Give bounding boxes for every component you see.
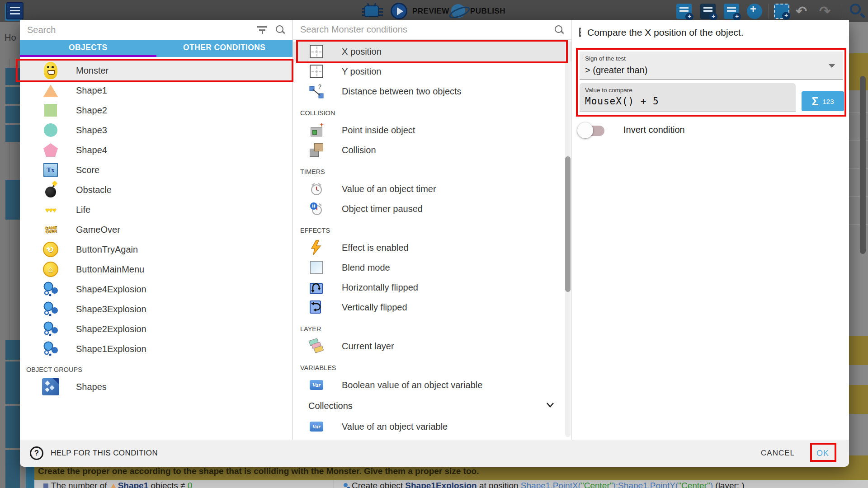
flip-horizontal-icon bbox=[307, 277, 326, 297]
help-icon[interactable] bbox=[30, 446, 43, 460]
layers-icon bbox=[307, 336, 326, 356]
point-inside-icon bbox=[307, 120, 326, 140]
blend-mode-icon bbox=[307, 258, 326, 277]
condition-row[interactable]: Effect is enabled bbox=[293, 238, 571, 258]
object-row[interactable]: Shape4 bbox=[20, 140, 292, 160]
conditions-search-row bbox=[293, 20, 571, 40]
add-other-event-icon[interactable] bbox=[747, 4, 762, 19]
conditions-scrollbar[interactable] bbox=[565, 41, 571, 437]
collections-accordion[interactable]: Collections bbox=[293, 395, 571, 417]
condition-row[interactable]: Point inside object bbox=[293, 120, 571, 140]
object-row[interactable]: Obstacle bbox=[20, 180, 292, 200]
tab-objects[interactable]: OBJECTS bbox=[20, 40, 156, 57]
object-row[interactable]: Score bbox=[20, 160, 292, 180]
section-header-layer: LAYER bbox=[293, 317, 571, 336]
project-manager-icon[interactable] bbox=[6, 2, 24, 19]
home-tab-partial[interactable]: Ho bbox=[5, 33, 16, 43]
object-row[interactable]: Shape1 bbox=[20, 80, 292, 100]
open-expression-editor-button[interactable]: Σ 123 bbox=[802, 91, 844, 111]
value-to-compare-label: Value to compare bbox=[585, 87, 632, 94]
condition-row[interactable]: Current layer bbox=[293, 336, 571, 356]
add-subevent-icon[interactable] bbox=[700, 4, 716, 19]
object-row[interactable]: Life bbox=[20, 200, 292, 220]
position-grid-icon bbox=[307, 61, 326, 81]
events-scrollbar-thumb[interactable] bbox=[860, 76, 866, 254]
add-comment-icon[interactable] bbox=[724, 4, 739, 19]
condition-row[interactable]: Value of an object timer bbox=[293, 179, 571, 199]
home-button-icon bbox=[41, 259, 61, 279]
objects-list: Monster Shape1 Shape2 Shape3 Shape4 bbox=[20, 57, 292, 440]
event-block bbox=[5, 450, 20, 488]
invert-condition-toggle[interactable] bbox=[577, 122, 607, 139]
event-block bbox=[5, 87, 20, 104]
add-event-icon[interactable] bbox=[676, 4, 692, 19]
condition-row[interactable]: ? Distance between two objects bbox=[293, 81, 571, 101]
event-block bbox=[5, 361, 20, 404]
tab-other-conditions[interactable]: OTHER CONDITIONS bbox=[156, 40, 293, 57]
undo-icon[interactable]: ↶ bbox=[796, 0, 807, 22]
search-icon[interactable] bbox=[554, 25, 564, 35]
condition-row[interactable]: Vertically flipped bbox=[293, 297, 571, 317]
green-square-icon bbox=[41, 100, 61, 120]
orange-triangle-icon bbox=[41, 80, 61, 100]
object-row[interactable]: Shape2Explosion bbox=[20, 319, 292, 339]
conditions-list: X position Y position ? Distance between… bbox=[293, 40, 571, 440]
position-grid-icon bbox=[307, 42, 326, 61]
conditions-search-input[interactable] bbox=[300, 24, 546, 35]
publish-button[interactable]: PUBLISH bbox=[470, 0, 505, 22]
ok-button[interactable]: OK bbox=[816, 449, 829, 458]
condition-row[interactable]: Boolean value of an object variable bbox=[293, 375, 571, 395]
object-row[interactable]: Shape3 bbox=[20, 120, 292, 140]
condition-row[interactable]: Collision bbox=[293, 140, 571, 160]
variable-icon bbox=[307, 417, 326, 436]
publish-globe-icon[interactable] bbox=[451, 4, 465, 18]
object-row-monster[interactable]: Monster bbox=[20, 61, 292, 80]
restart-button-icon bbox=[41, 239, 61, 259]
sign-of-test-select[interactable]: Sign of the test > (greater than) bbox=[580, 52, 843, 80]
paste-icon[interactable] bbox=[774, 4, 789, 19]
condition-row[interactable]: Value of an object variable bbox=[293, 417, 571, 436]
dropdown-caret-icon bbox=[828, 64, 835, 68]
debugger-icon[interactable] bbox=[364, 5, 379, 17]
filter-icon[interactable] bbox=[257, 26, 267, 34]
comment-band bbox=[849, 336, 868, 365]
condition-row[interactable]: Y position bbox=[293, 61, 571, 81]
condition-row[interactable]: Horizontally flipped bbox=[293, 277, 571, 297]
objects-panel: OBJECTS OTHER CONDITIONS Monster Shape1 … bbox=[20, 20, 293, 440]
condition-row[interactable]: Blend mode bbox=[293, 258, 571, 277]
object-row[interactable]: Shape3Explosion bbox=[20, 299, 292, 319]
search-icon[interactable] bbox=[275, 25, 285, 35]
conditions-scrollbar-thumb[interactable] bbox=[565, 156, 571, 292]
cancel-button[interactable]: CANCEL bbox=[761, 449, 795, 458]
objects-search-input[interactable] bbox=[27, 25, 249, 35]
redo-icon[interactable]: ↷ bbox=[819, 0, 830, 22]
event-block bbox=[5, 106, 20, 123]
preview-play-icon[interactable] bbox=[391, 3, 407, 19]
preview-button[interactable]: PREVIEW bbox=[412, 0, 449, 22]
value-to-compare-field[interactable]: Value to compare MouseX() + 5 bbox=[580, 83, 796, 112]
help-link[interactable]: HELP FOR THIS CONDITION bbox=[51, 449, 158, 458]
object-row[interactable]: Shape1Explosion bbox=[20, 339, 292, 359]
condition-row-x-position[interactable]: X position bbox=[293, 42, 571, 61]
object-row[interactable]: ButtonTryAgain bbox=[20, 239, 292, 259]
value-to-compare-input[interactable]: MouseX() + 5 bbox=[585, 96, 659, 107]
search-events-icon[interactable] bbox=[850, 4, 861, 14]
object-row[interactable]: Shape2 bbox=[20, 100, 292, 120]
count-icon bbox=[43, 483, 48, 488]
text-object-icon bbox=[41, 160, 61, 180]
top-toolbar: PREVIEW PUBLISH ↶ ↷ bbox=[0, 0, 868, 22]
monster-sprite-icon bbox=[41, 61, 61, 80]
object-row[interactable]: GAMEOVER GameOver bbox=[20, 220, 292, 239]
pink-pentagon-icon bbox=[41, 140, 61, 160]
event-block bbox=[5, 340, 20, 360]
condition-row[interactable]: Object timer paused bbox=[293, 199, 571, 219]
object-group-row-shapes[interactable]: Shapes bbox=[20, 377, 292, 397]
objects-tab-bar: OBJECTS OTHER CONDITIONS bbox=[20, 40, 292, 57]
position-grid-icon bbox=[579, 28, 581, 37]
hearts-icon bbox=[41, 200, 61, 220]
object-row[interactable]: ButtonMainMenu bbox=[20, 259, 292, 279]
timer-icon bbox=[307, 179, 326, 199]
event-row: The number of ▲Shape1 objects ≠ 0 Create… bbox=[34, 480, 868, 488]
object-row[interactable]: Shape4Explosion bbox=[20, 279, 292, 299]
event-block bbox=[5, 406, 20, 448]
